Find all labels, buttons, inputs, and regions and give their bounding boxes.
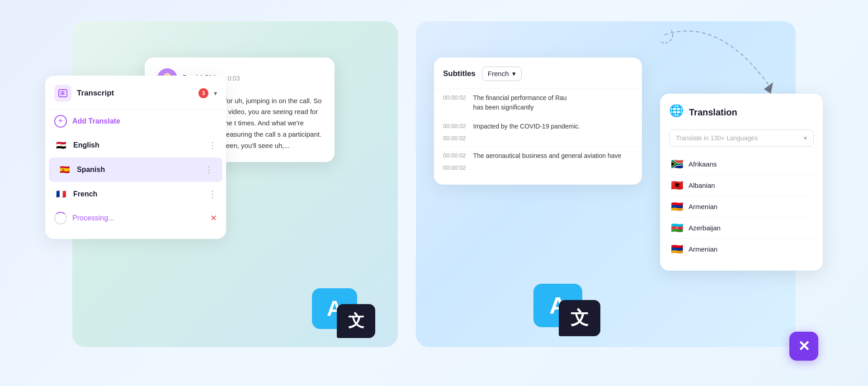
left-section: David Shim 0:03 Hey everyone, thanks for… — [45, 21, 398, 365]
subtitles-language-select[interactable]: French ▾ — [482, 67, 522, 81]
selected-language: French — [488, 70, 509, 77]
language-label-french: French — [73, 190, 203, 198]
transcript-item-spanish[interactable]: 🇪🇸 Spanish ⋮ — [49, 157, 222, 182]
more-options-icon[interactable]: ⋮ — [208, 140, 217, 150]
lang-name-albanian: Albanian — [689, 181, 715, 189]
translate-icon-group-right: A 文 — [533, 284, 619, 338]
subtitle-time: 00:00:02 — [443, 163, 466, 171]
subtitle-row-2: 00:00:02 Impacted by the COVID-19 pandem… — [434, 117, 642, 146]
language-label-spanish: Spanish — [77, 166, 199, 174]
lang-name-armenian: Armenian — [689, 203, 717, 210]
more-options-icon-french[interactable]: ⋮ — [208, 189, 217, 199]
flag-afrikaans: 🇿🇦 — [671, 158, 683, 170]
add-translate-item[interactable]: + Add Translate — [45, 110, 226, 133]
transcript-item-french[interactable]: 🇫🇷 French ⋮ — [45, 182, 226, 206]
bubble-zh-icon: 文 — [337, 304, 375, 338]
dropdown-placeholder: Translate in 130+ Languages — [676, 134, 758, 142]
xmark-badge[interactable]: ✕ — [789, 332, 818, 361]
processing-item: Processing... ✕ — [45, 206, 226, 230]
transcript-header: 文 Transcript 3 ▾ — [45, 85, 226, 110]
subtitle-text: The financial performance of Rauhas been… — [473, 93, 567, 112]
lang-item-albanian[interactable]: 🇦🇱 Albanian — [669, 175, 814, 196]
chat-timestamp: 0:03 — [228, 75, 240, 82]
subtitles-header: Subtitles French ▾ — [434, 67, 642, 88]
svg-point-5 — [660, 30, 673, 43]
processing-label: Processing... — [72, 214, 114, 222]
chinese-char: 文 — [348, 310, 364, 332]
bubble-a-icon: A 文 — [312, 288, 357, 329]
flag-french: 🇫🇷 — [54, 187, 68, 201]
transcript-item-english[interactable]: 🇪🇬 English ⋮ — [45, 133, 226, 157]
bubble-a-right: A 文 — [533, 284, 582, 327]
svg-text:文: 文 — [61, 91, 65, 95]
transcript-badge: 3 — [198, 88, 208, 98]
transcript-title: Transcript — [77, 89, 193, 98]
subtitle-text: Impacted by the COVID-19 pandemic. — [473, 122, 580, 131]
subtitles-widget: Subtitles French ▾ 00:00:02 The financia… — [434, 57, 642, 185]
lang-item-azerbaijan[interactable]: 🇦🇿 Azerbaijan — [669, 218, 814, 239]
subtitle-row-1: 00:00:02 The financial performance of Ra… — [434, 88, 642, 117]
flag-azerbaijan: 🇦🇿 — [671, 222, 683, 234]
more-options-icon-spanish[interactable]: ⋮ — [205, 165, 213, 175]
translate-icon-group-left: A 文 — [312, 288, 389, 338]
processing-spinner — [54, 212, 67, 224]
flag-armenian-2: 🇦🇲 — [671, 243, 683, 255]
flag-albanian: 🇦🇱 — [671, 180, 683, 191]
dashed-arrow — [660, 30, 778, 123]
language-list: 🇿🇦 Afrikaans 🇦🇱 Albanian 🇦🇲 Armenian 🇦🇿 … — [669, 154, 814, 260]
chevron-down-icon: ▾ — [512, 70, 516, 78]
transcript-widget: 文 Transcript 3 ▾ + Add Translate 🇪🇬 Engl… — [45, 76, 226, 239]
subtitle-time: 00:00:02 — [443, 122, 466, 131]
subtitle-text: The aeronautical business and general av… — [473, 151, 622, 161]
subtitle-row-3: 00:00:02 The aeronautical business and g… — [434, 146, 642, 176]
xmark-icon: ✕ — [798, 338, 810, 355]
bubble-zh-right: 文 — [559, 300, 600, 336]
flag-english: 🇪🇬 — [54, 138, 68, 152]
lang-name-armenian-2: Armenian — [689, 245, 717, 253]
transcript-icon: 文 — [54, 85, 71, 102]
add-translate-label: Add Translate — [72, 117, 120, 125]
add-icon: + — [54, 115, 67, 128]
flag-armenian: 🇦🇲 — [671, 201, 683, 213]
lang-item-armenian-2[interactable]: 🇦🇲 Armenian — [669, 239, 814, 260]
lang-item-armenian[interactable]: 🇦🇲 Armenian — [669, 196, 814, 218]
cancel-processing-icon[interactable]: ✕ — [210, 213, 217, 223]
subtitle-time: 00:00:02 — [443, 93, 466, 112]
lang-name-afrikaans: Afrikaans — [689, 160, 717, 168]
language-dropdown[interactable]: Translate in 130+ Languages ▾ — [669, 129, 814, 147]
subtitles-title: Subtitles — [443, 69, 476, 78]
dropdown-chevron-icon: ▾ — [804, 134, 807, 142]
chevron-down-icon[interactable]: ▾ — [214, 90, 217, 97]
page-container: David Shim 0:03 Hey everyone, thanks for… — [0, 0, 868, 386]
subtitle-time: 00:00:02 — [443, 151, 466, 161]
lang-item-afrikaans[interactable]: 🇿🇦 Afrikaans — [669, 154, 814, 175]
flag-spanish: 🇪🇸 — [58, 163, 71, 176]
lang-name-azerbaijan: Azerbaijan — [689, 224, 721, 232]
language-label-english: English — [73, 141, 203, 149]
subtitle-time: 00:00:02 — [443, 134, 466, 142]
right-section: Subtitles French ▾ 00:00:02 The financia… — [416, 21, 823, 365]
